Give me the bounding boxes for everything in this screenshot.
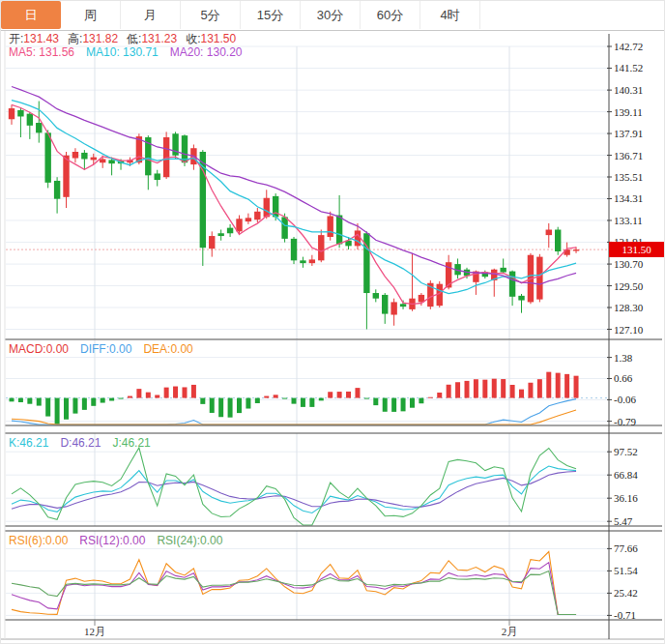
axis-tick-label: 5.47 — [614, 515, 633, 527]
rsi6-readout: RSI(6):0.00 — [9, 534, 68, 547]
axis-tick-label: 139.11 — [614, 106, 643, 118]
ma-legend: MA5: 131.56MA10: 130.71MA20: 130.20 — [9, 45, 253, 59]
axis-tick-label: 133.11 — [614, 215, 643, 226]
axis-tick-label: -0.79 — [614, 416, 636, 427]
j-line — [12, 448, 576, 525]
k-readout: K:46.21 — [9, 436, 48, 450]
rsi6-line — [12, 552, 576, 615]
rsi12-line — [12, 563, 576, 615]
axis-tick-label: 128.30 — [614, 302, 644, 313]
axis-tick-label: 130.70 — [614, 258, 644, 270]
high-value: 131.82 — [82, 32, 118, 45]
axis-tick-label: -0.71 — [614, 609, 636, 621]
axis-tick-label: 136.71 — [614, 150, 643, 161]
ma10-readout: MA10: 130.71 — [86, 45, 159, 59]
axis-tick-label: 142.72 — [614, 41, 643, 52]
open-value: 131.43 — [23, 32, 59, 45]
x-axis-month-label: 12月 — [84, 626, 105, 637]
macd-legend: MACD:0.00DIFF:0.00DEA:0.00 — [9, 342, 205, 356]
trading-chart-app: 142.72141.52140.31139.11137.91136.71135.… — [0, 0, 665, 644]
tab-month[interactable]: 月 — [121, 1, 181, 29]
axis-tick-label: 97.52 — [614, 446, 638, 457]
tab-5min[interactable]: 5分 — [181, 1, 241, 29]
tab-30min[interactable]: 30分 — [301, 1, 361, 29]
current-price-badge: 131.50 — [609, 242, 664, 257]
high-label: 高: — [68, 32, 82, 45]
j-readout: J:46.21 — [112, 436, 150, 450]
rsi24-readout: RSI(24):0.00 — [157, 534, 222, 547]
axis-tick-label: 127.10 — [614, 324, 644, 336]
macd-readout: MACD:0.00 — [9, 342, 69, 356]
tab-60min[interactable]: 60分 — [361, 1, 420, 29]
k-line — [12, 466, 576, 513]
timeframe-tabbar: 日 周 月 5分 15分 30分 60分 4时 — [1, 1, 664, 31]
low-label: 低: — [127, 32, 141, 45]
tab-4hour[interactable]: 4时 — [420, 1, 480, 29]
chart-canvas[interactable]: 142.72141.52140.31139.11137.91136.71135.… — [1, 1, 665, 644]
ma20-readout: MA20: 130.20 — [170, 45, 243, 59]
axis-tick-label: 137.91 — [614, 128, 643, 139]
axis-tick-label: 0.66 — [614, 372, 633, 384]
close-value: 131.50 — [200, 32, 236, 45]
candles — [9, 102, 579, 330]
axis-tick-label: 1.38 — [614, 352, 633, 364]
axis-tick-label: -0.06 — [614, 394, 636, 405]
axis-tick-label: 77.66 — [614, 542, 638, 554]
axis-tick-label: 141.52 — [614, 62, 643, 73]
d-line — [12, 472, 576, 510]
dea-readout: DEA:0.00 — [143, 342, 192, 356]
low-value: 131.23 — [141, 32, 177, 45]
axis-tick-label: 66.84 — [614, 469, 638, 481]
axis-tick-label: 25.42 — [614, 587, 638, 599]
kdj-legend: K:46.21D:46.21J:46.21 — [9, 436, 162, 450]
axis-tick-label: 129.50 — [614, 280, 644, 292]
tab-week[interactable]: 周 — [61, 1, 121, 29]
close-label: 收: — [186, 32, 200, 45]
open-label: 开: — [9, 32, 23, 45]
tab-day[interactable]: 日 — [1, 1, 61, 29]
rsi-legend: RSI(6):0.00RSI(12):0.00RSI(24):0.00 — [9, 534, 234, 547]
axis-tick-label: 135.51 — [614, 171, 643, 183]
tab-15min[interactable]: 15分 — [241, 1, 301, 29]
d-readout: D:46.21 — [60, 436, 101, 450]
axis-tick-label: 36.16 — [614, 492, 638, 504]
axis-tick-label: 140.31 — [614, 84, 643, 96]
rsi12-readout: RSI(12):0.00 — [79, 534, 145, 547]
diff-readout: DIFF:0.00 — [80, 342, 131, 356]
ma5-readout: MA5: 131.56 — [9, 45, 74, 59]
axis-tick-label: 51.54 — [614, 565, 638, 576]
axis-tick-label: 134.31 — [614, 192, 643, 204]
x-axis-month-label: 2月 — [502, 626, 518, 637]
